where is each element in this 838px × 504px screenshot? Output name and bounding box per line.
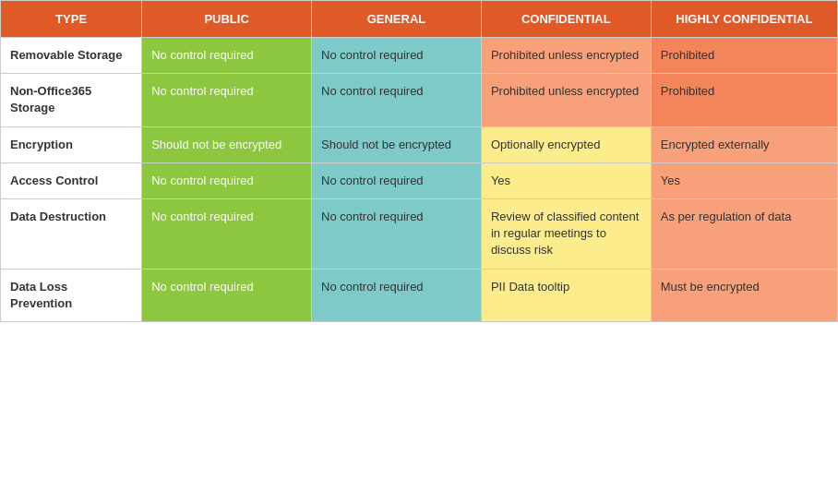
row-3-type: Access Control [1,162,142,198]
row-3-general: No control required [312,162,482,198]
header-public: PUBLIC [142,1,312,38]
row-1-highly: Prohibited [651,74,837,126]
row-4-type: Data Destruction [1,198,142,269]
row-0-confidential: Prohibited unless encrypted [481,38,651,74]
row-1-type: Non-Office365 Storage [1,74,142,126]
row-5-confidential: PII Data tooltip [481,269,651,321]
row-1-confidential: Prohibited unless encrypted [481,74,651,126]
row-2-highly: Encrypted externally [651,126,837,162]
row-2-confidential: Optionally encrypted [481,126,651,162]
row-4-public: No control required [142,198,312,269]
row-4-general: No control required [312,198,482,269]
header-highly-confidential: HIGHLY CONFIDENTIAL [651,1,837,38]
row-0-general: No control required [312,38,482,74]
row-2-type: Encryption [1,126,142,162]
row-4-confidential: Review of classified content in regular … [481,198,651,269]
classification-table: TYPE PUBLIC GENERAL CONFIDENTIAL HIGHLY … [0,0,838,322]
header-type: TYPE [1,1,142,38]
row-5-type: Data Loss Prevention [1,269,142,321]
row-2-public: Should not be encrypted [142,126,312,162]
row-0-public: No control required [142,38,312,74]
row-1-general: No control required [312,74,482,126]
row-4-highly: As per regulation of data [651,198,837,269]
row-3-public: No control required [142,162,312,198]
row-0-type: Removable Storage [1,38,142,74]
row-3-highly: Yes [651,162,837,198]
row-5-highly: Must be encrypted [651,269,837,321]
row-3-confidential: Yes [481,162,651,198]
row-5-public: No control required [142,269,312,321]
header-general: GENERAL [312,1,482,38]
row-2-general: Should not be encrypted [312,126,482,162]
header-confidential: CONFIDENTIAL [481,1,651,38]
row-0-highly: Prohibited [651,38,837,74]
row-5-general: No control required [312,269,482,321]
row-1-public: No control required [142,74,312,126]
